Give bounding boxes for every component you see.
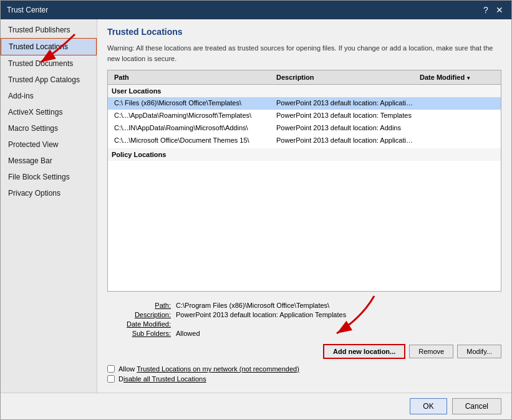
allow-network-link: Trusted Locations on my network (not rec… — [137, 365, 299, 373]
detail-description-row: Description: PowerPoint 2013 default loc… — [107, 311, 501, 318]
path-label: Path: — [107, 302, 176, 309]
sidebar-item-macro-settings[interactable]: Macro Settings — [1, 120, 97, 136]
warning-text: Warning: All these locations are treated… — [107, 43, 501, 64]
title-bar-controls: ? ✕ — [480, 4, 505, 16]
col-description: Description — [274, 72, 417, 82]
allow-network-checkbox-row: Allow Trusted Locations on my network (n… — [107, 365, 501, 373]
col-path: Path — [112, 72, 274, 82]
row-date — [417, 136, 497, 146]
panel-title: Trusted Locations — [107, 27, 501, 37]
row-description: PowerPoint 2013 default location: Applic… — [274, 136, 417, 146]
cancel-button[interactable]: Cancel — [452, 398, 501, 414]
sidebar-item-trusted-documents[interactable]: Trusted Documents — [1, 55, 97, 72]
detail-path-row: Path: C:\Program Files (x86)\Microsoft O… — [107, 302, 501, 309]
close-button[interactable]: ✕ — [494, 4, 505, 16]
col-date-modified[interactable]: Date Modified — [417, 72, 497, 82]
add-new-location-button[interactable]: Add new location... — [323, 344, 405, 359]
sidebar-item-file-block-settings[interactable]: File Block Settings — [1, 169, 97, 185]
sidebar-item-privacy-options[interactable]: Privacy Options — [1, 185, 97, 201]
sidebar-item-activex-settings[interactable]: ActiveX Settings — [1, 104, 97, 120]
path-value: C:\Program Files (x86)\Microsoft Office\… — [176, 302, 501, 309]
description-value: PowerPoint 2013 default location: Applic… — [176, 311, 501, 318]
disable-all-label: Disable all Trusted Locations — [118, 375, 206, 383]
disable-all-checkbox-row: Disable all Trusted Locations — [107, 375, 501, 383]
sub-folders-value: Allowed — [176, 330, 501, 337]
sidebar-item-protected-view[interactable]: Protected View — [1, 136, 97, 153]
allow-network-label: Allow Trusted Locations on my network (n… — [118, 365, 299, 373]
modify-button[interactable]: Modify... — [457, 345, 501, 358]
table-row[interactable]: C:\...IN\AppData\Roaming\Microsoft\Addin… — [108, 122, 501, 135]
row-date — [417, 111, 497, 121]
row-date — [417, 98, 497, 108]
row-path: C:\...\AppData\Roaming\Microsoft\Templat… — [112, 111, 274, 121]
bottom-bar: OK Cancel — [1, 393, 511, 419]
row-description: PowerPoint 2013 default location: Applic… — [274, 98, 417, 108]
detail-subfolders-row: Sub Folders: Allowed — [107, 330, 501, 337]
row-path: C:\...IN\AppData\Roaming\Microsoft\Addin… — [112, 123, 274, 133]
table-row[interactable]: C:\...\Microsoft Office\Document Themes … — [108, 135, 501, 147]
disable-all-checkbox[interactable] — [107, 375, 115, 383]
row-date — [417, 123, 497, 133]
main-panel: Trusted Locations Warning: All these loc… — [97, 19, 511, 393]
policy-locations-header: Policy Locations — [108, 148, 501, 161]
sidebar: Trusted Publishers Trusted Locations Tru… — [1, 19, 97, 393]
user-locations-header: User Locations — [108, 85, 501, 97]
content-area: Trusted Publishers Trusted Locations Tru… — [1, 19, 511, 393]
table-row[interactable]: C:\...\AppData\Roaming\Microsoft\Templat… — [108, 110, 501, 122]
sidebar-item-trusted-app-catalogs[interactable]: Trusted App Catalogs — [1, 72, 97, 88]
trusted-locations-table[interactable]: Path Description Date Modified User Loca… — [107, 70, 501, 292]
row-description: PowerPoint 2013 default location: Templa… — [274, 111, 417, 121]
date-modified-label: Date Modified: — [107, 320, 176, 328]
action-buttons: Add new location... Remove Modify... — [107, 344, 501, 359]
ok-button[interactable]: OK — [410, 398, 447, 414]
remove-button[interactable]: Remove — [409, 345, 453, 358]
disable-underline: isable all Trusted Locations — [123, 375, 206, 383]
help-button[interactable]: ? — [480, 4, 491, 16]
description-label: Description: — [107, 311, 176, 318]
sidebar-item-trusted-publishers[interactable]: Trusted Publishers — [1, 22, 97, 38]
row-description: PowerPoint 2013 default location: Addins — [274, 123, 417, 133]
table-header: Path Description Date Modified — [108, 70, 501, 85]
sidebar-item-add-ins[interactable]: Add-ins — [1, 88, 97, 104]
row-path: C:\...\Microsoft Office\Document Themes … — [112, 136, 274, 146]
dialog-title: Trust Center — [7, 6, 48, 14]
detail-area: Path: C:\Program Files (x86)\Microsoft O… — [107, 299, 501, 344]
title-bar: Trust Center ? ✕ — [1, 1, 511, 19]
detail-date-row: Date Modified: — [107, 320, 501, 328]
sub-folders-label: Sub Folders: — [107, 330, 176, 337]
sidebar-item-message-bar[interactable]: Message Bar — [1, 153, 97, 169]
row-path: C:\ Files (x86)\Microsoft Office\Templat… — [112, 98, 274, 108]
allow-network-checkbox[interactable] — [107, 365, 115, 373]
disable-label-text: D — [118, 375, 123, 383]
sidebar-item-trusted-locations[interactable]: Trusted Locations — [1, 38, 97, 55]
allow-label-text: Allow — [118, 365, 137, 373]
table-row[interactable]: C:\ Files (x86)\Microsoft Office\Templat… — [108, 97, 501, 110]
